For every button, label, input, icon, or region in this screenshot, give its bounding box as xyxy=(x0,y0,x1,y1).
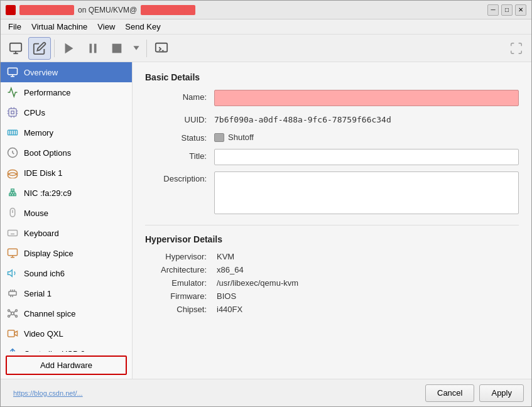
menu-virtual-machine[interactable]: Virtual Machine xyxy=(26,21,92,33)
svg-rect-12 xyxy=(9,109,16,116)
overview-label: Overview xyxy=(24,68,58,77)
sidebar-item-serial-1[interactable]: Serial 1 xyxy=(1,283,132,303)
toolbar-sep-2 xyxy=(146,40,147,57)
svg-rect-34 xyxy=(14,194,16,196)
sidebar-item-performance[interactable]: Performance xyxy=(1,82,132,102)
architecture-value: x86_64 xyxy=(217,265,519,274)
description-row: Description: xyxy=(145,171,519,216)
description-label: Description: xyxy=(145,171,214,183)
keyboard-label: Keyboard xyxy=(24,229,59,238)
basic-details-title: Basic Details xyxy=(145,72,519,82)
svg-line-63 xyxy=(10,311,12,313)
svg-point-61 xyxy=(8,315,10,317)
svg-rect-0 xyxy=(10,43,21,51)
svg-line-64 xyxy=(14,311,16,313)
toolbar xyxy=(1,35,531,62)
show-overview-button[interactable] xyxy=(4,37,27,60)
svg-rect-8 xyxy=(156,43,167,52)
emulator-value: /usr/libexec/qemu-kvm xyxy=(217,278,519,288)
mouse-icon xyxy=(6,206,19,220)
svg-marker-3 xyxy=(65,43,73,53)
main-window: ██████ on QEMU/KVM@ ██████ ─ □ ✕ File Vi… xyxy=(0,0,532,407)
menu-send-key[interactable]: Send Key xyxy=(120,21,165,33)
run-button[interactable] xyxy=(58,37,80,60)
hypervisor-value: KVM xyxy=(217,252,519,261)
window-controls: ─ □ ✕ xyxy=(487,4,526,16)
more-dropdown-button[interactable] xyxy=(129,37,143,60)
svg-rect-5 xyxy=(94,43,97,53)
name-value xyxy=(214,90,519,106)
sidebar-item-controller-usb-0[interactable]: Controller USB 0 xyxy=(1,344,132,352)
pause-button[interactable] xyxy=(82,37,104,60)
description-value xyxy=(214,171,519,216)
sidebar-item-sound[interactable]: Sound ich6 xyxy=(1,263,132,283)
svg-marker-51 xyxy=(8,270,13,277)
cancel-button[interactable]: Cancel xyxy=(425,384,474,402)
svg-point-62 xyxy=(16,315,18,317)
svg-rect-48 xyxy=(8,249,18,256)
overview-icon xyxy=(6,65,19,79)
name-row: Name: xyxy=(145,90,519,106)
console-button[interactable] xyxy=(150,37,173,60)
apply-button[interactable]: Apply xyxy=(479,384,524,402)
title-on-label: on QEMU/KVM@ xyxy=(78,6,137,14)
menu-file[interactable]: File xyxy=(3,21,26,33)
sidebar-item-cpus[interactable]: CPUs xyxy=(1,102,132,122)
name-label: Name: xyxy=(145,90,214,102)
svg-rect-13 xyxy=(11,111,14,114)
vm-name-title: ██████ xyxy=(19,5,74,15)
performance-icon xyxy=(6,85,19,99)
serial-label: Serial 1 xyxy=(24,289,52,298)
sidebar-item-mouse[interactable]: Mouse xyxy=(1,203,132,223)
close-button[interactable]: ✕ xyxy=(515,4,526,16)
svg-rect-39 xyxy=(11,189,14,191)
sidebar-item-boot-options[interactable]: Boot Options xyxy=(1,143,132,163)
title-row: Title: xyxy=(145,149,519,165)
sidebar-item-ide-disk-1[interactable]: IDE Disk 1 xyxy=(1,163,132,183)
stop-button[interactable] xyxy=(106,37,128,60)
svg-rect-9 xyxy=(8,68,18,75)
menu-view[interactable]: View xyxy=(92,21,120,33)
host-name-title: ██████ xyxy=(141,5,195,15)
sound-icon xyxy=(6,266,19,280)
performance-label: Performance xyxy=(24,88,70,97)
footer-link[interactable]: https://blog.csdn.net/... xyxy=(13,389,83,397)
title-label: Title: xyxy=(145,149,214,161)
svg-line-65 xyxy=(10,314,12,316)
status-text: Shutoff xyxy=(228,133,254,142)
title-bar: ██████ on QEMU/KVM@ ██████ ─ □ ✕ xyxy=(1,1,531,19)
maximize-button[interactable]: □ xyxy=(501,4,513,16)
memory-label: Memory xyxy=(24,128,53,138)
uuid-row: UUID: 7b6f090a-a0df-488a-9fc6-78759f66c3… xyxy=(145,112,519,124)
minimize-button[interactable]: ─ xyxy=(487,4,499,16)
title-input[interactable] xyxy=(214,149,519,165)
display-icon xyxy=(6,246,19,260)
edit-vm-button[interactable] xyxy=(28,37,51,60)
sidebar-item-display-spice[interactable]: Display Spice xyxy=(1,243,132,263)
sidebar: Overview Performance xyxy=(1,62,133,379)
fullscreen-button[interactable] xyxy=(505,37,528,60)
mouse-label: Mouse xyxy=(24,209,48,218)
sound-label: Sound ich6 xyxy=(24,269,65,278)
sidebar-scroll[interactable]: Overview Performance xyxy=(1,62,132,352)
architecture-label: Architecture: xyxy=(145,265,214,274)
video-label: Video QXL xyxy=(24,329,63,339)
title-bar-left: ██████ on QEMU/KVM@ ██████ xyxy=(6,5,195,15)
sidebar-item-overview[interactable]: Overview xyxy=(1,62,132,82)
sidebar-item-channel-spice[interactable]: Channel spice xyxy=(1,303,132,323)
hypervisor-title: Hypervisor Details xyxy=(145,234,519,244)
name-input[interactable] xyxy=(214,90,519,106)
sidebar-item-video-qxl[interactable]: Video QXL xyxy=(1,323,132,344)
svg-rect-4 xyxy=(90,43,92,53)
ide-disk-label: IDE Disk 1 xyxy=(24,168,62,178)
sidebar-item-nic[interactable]: NIC :fa:29:c9 xyxy=(1,183,132,203)
description-input[interactable] xyxy=(214,171,519,214)
sidebar-item-keyboard[interactable]: Keyboard xyxy=(1,223,132,243)
nic-icon xyxy=(6,186,19,200)
svg-rect-42 xyxy=(8,231,18,236)
add-hardware-button[interactable]: Add Hardware xyxy=(6,355,127,375)
usb-label: Controller USB 0 xyxy=(24,349,85,352)
app-icon xyxy=(6,5,16,15)
sidebar-item-memory[interactable]: Memory xyxy=(1,122,132,143)
status-row: Status: Shutoff xyxy=(145,131,519,143)
